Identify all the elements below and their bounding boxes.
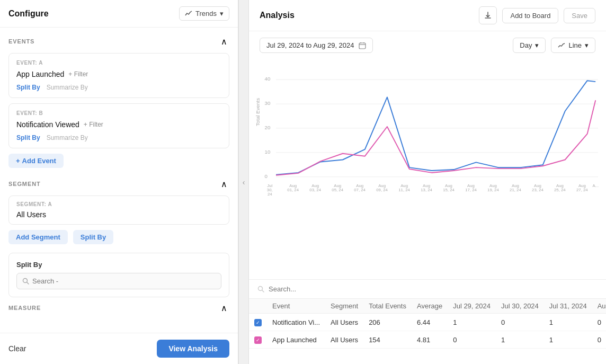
view-analysis-button[interactable]: View Analysis xyxy=(157,340,229,358)
measure-section-header: MEASURE ∧ xyxy=(8,303,229,313)
svg-text:10: 10 xyxy=(265,149,271,155)
svg-line-50 xyxy=(262,290,264,292)
col-segment[interactable]: Segment xyxy=(325,299,363,314)
row1-jul31: 1 xyxy=(544,314,592,331)
col-checkbox xyxy=(249,299,267,314)
add-to-board-button[interactable]: Add to Board xyxy=(502,8,558,23)
svg-text:24: 24 xyxy=(268,192,272,197)
svg-text:23, 24: 23, 24 xyxy=(532,188,543,192)
download-icon xyxy=(484,11,492,20)
event-b-actions: Split By Summarize By xyxy=(16,134,221,141)
save-button[interactable]: Save xyxy=(564,8,595,23)
chart-area: 0 10 20 30 40 Total Events Jul 30, 24 Au… xyxy=(249,57,606,279)
row1-segment: All Users xyxy=(325,314,363,331)
left-panel: Configure Trends ▾ EVENTS ∧ EVENT: A App… xyxy=(0,0,238,364)
row2-event: App Launched xyxy=(267,331,325,349)
svg-text:13, 24: 13, 24 xyxy=(421,188,432,192)
line-chart-icon xyxy=(558,43,565,48)
svg-text:20: 20 xyxy=(265,125,271,130)
col-jul30[interactable]: Jul 30, 2024 xyxy=(496,299,544,314)
event-b-summarize-by-button[interactable]: Summarize By xyxy=(47,134,88,141)
event-b-card: EVENT: B Notification Viewed + Filter Sp… xyxy=(8,103,229,148)
left-content: EVENTS ∧ EVENT: A App Launched + Filter … xyxy=(0,28,238,333)
analysis-header: Analysis Add to Board Save xyxy=(249,0,606,31)
col-aug01[interactable]: Aug 01, 2024 xyxy=(592,299,606,314)
row1-checkbox: ✓ xyxy=(254,319,262,326)
segment-collapse-arrow[interactable]: ∧ xyxy=(219,179,229,189)
event-a-row: App Launched + Filter xyxy=(16,70,221,78)
trends-button[interactable]: Trends ▾ xyxy=(179,6,229,21)
right-panel: Analysis Add to Board Save Jul 29, 2024 … xyxy=(249,0,606,364)
event-b-split-by-button[interactable]: Split By xyxy=(16,134,40,141)
segment-label: SEGMENT xyxy=(8,181,41,187)
svg-text:30: 30 xyxy=(265,100,271,106)
svg-text:0: 0 xyxy=(265,173,268,179)
segment-a-card: SEGMENT: A All Users xyxy=(8,196,229,225)
calendar-icon xyxy=(359,42,366,49)
measure-collapse-arrow[interactable]: ∧ xyxy=(219,303,229,313)
event-a-filter-button[interactable]: + Filter xyxy=(68,70,88,78)
date-range-button[interactable]: Jul 29, 2024 to Aug 29, 2024 xyxy=(260,38,373,53)
row2-jul29: 0 xyxy=(448,331,496,349)
row1-jul30: 0 xyxy=(496,314,544,331)
col-jul29[interactable]: Jul 29, 2024 xyxy=(448,299,496,314)
search-icon xyxy=(22,278,29,285)
segment-section: SEGMENT ∧ SEGMENT: A All Users Add Segme… xyxy=(8,179,229,244)
svg-line-1 xyxy=(27,282,29,285)
add-event-button[interactable]: + Add Event xyxy=(8,154,64,168)
col-event[interactable]: Event xyxy=(267,299,325,314)
data-table: Event Segment Total Events Average Jul 2… xyxy=(249,299,606,349)
split-by-segment-button[interactable]: Split By xyxy=(73,230,113,244)
row2-jul30: 1 xyxy=(496,331,544,349)
split-by-panel: Split By xyxy=(8,253,229,297)
table-search-icon xyxy=(257,286,264,292)
svg-text:19, 24: 19, 24 xyxy=(487,188,499,192)
chart-toolbar: Jul 29, 2024 to Aug 29, 2024 Day ▾ Line … xyxy=(249,31,606,57)
event-a-split-by-button[interactable]: Split By xyxy=(16,84,40,91)
svg-text:17, 24: 17, 24 xyxy=(465,188,477,192)
configure-title: Configure xyxy=(8,9,49,19)
measure-label: MEASURE xyxy=(8,305,41,311)
segment-a-value: All Users xyxy=(16,210,221,219)
line-chart-svg: 0 10 20 30 40 Total Events Jul 30, 24 Au… xyxy=(254,57,601,198)
add-segment-button[interactable]: Add Segment xyxy=(8,230,68,244)
events-section-header: EVENTS ∧ xyxy=(8,36,229,47)
table-search-input[interactable] xyxy=(269,285,598,293)
event-b-name: Notification Viewed xyxy=(16,120,79,129)
configure-header: Configure Trends ▾ xyxy=(0,0,238,28)
svg-text:11, 24: 11, 24 xyxy=(398,188,410,192)
row1-event: Notification Vi... xyxy=(267,314,325,331)
chart-type-button[interactable]: Line ▾ xyxy=(551,38,595,53)
table-wrapper: Event Segment Total Events Average Jul 2… xyxy=(249,299,606,349)
event-a-card: EVENT: A App Launched + Filter Split By … xyxy=(8,53,229,98)
svg-text:07, 24: 07, 24 xyxy=(354,188,366,192)
row2-average: 4.81 xyxy=(412,331,448,349)
download-button[interactable] xyxy=(479,6,497,24)
event-b-filter-button[interactable]: + Filter xyxy=(84,121,103,128)
svg-text:15, 24: 15, 24 xyxy=(443,188,454,192)
svg-text:21, 24: 21, 24 xyxy=(510,188,521,192)
col-total-events[interactable]: Total Events xyxy=(363,299,412,314)
clear-button[interactable]: Clear xyxy=(8,344,26,353)
collapse-divider[interactable]: ‹ xyxy=(238,0,249,364)
svg-text:09, 24: 09, 24 xyxy=(376,188,388,192)
split-by-search-input[interactable] xyxy=(32,277,216,285)
svg-text:01, 24: 01, 24 xyxy=(287,188,299,192)
col-average[interactable]: Average xyxy=(412,299,448,314)
segment-a-label: SEGMENT: A xyxy=(16,201,221,207)
row2-jul31: 1 xyxy=(544,331,592,349)
event-a-summarize-by-button[interactable]: Summarize By xyxy=(47,84,88,91)
table-row: ✓ Notification Vi... All Users 206 6.44 … xyxy=(249,314,606,331)
event-b-row: Notification Viewed + Filter xyxy=(16,120,221,129)
svg-text:25, 24: 25, 24 xyxy=(554,188,566,192)
row1-jul29: 1 xyxy=(448,314,496,331)
events-collapse-arrow[interactable]: ∧ xyxy=(219,36,229,47)
event-a-name: App Launched xyxy=(16,70,64,78)
trends-icon xyxy=(185,10,192,17)
table-header-row: Event Segment Total Events Average Jul 2… xyxy=(249,299,606,314)
col-jul31[interactable]: Jul 31, 2024 xyxy=(544,299,592,314)
granularity-button[interactable]: Day ▾ xyxy=(513,38,546,53)
row1-aug01: 0 xyxy=(592,314,606,331)
row2-segment: All Users xyxy=(325,331,363,349)
svg-text:05, 24: 05, 24 xyxy=(332,188,343,192)
